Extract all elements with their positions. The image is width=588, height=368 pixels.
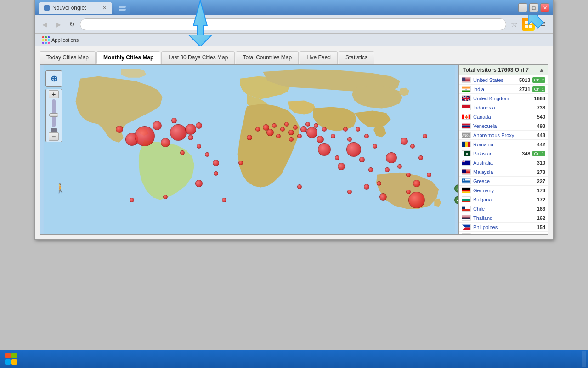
online-badge: Onl 2 <box>532 77 545 83</box>
country-row[interactable]: Indonesia738 <box>459 103 548 112</box>
new-tab-button[interactable] <box>114 3 130 14</box>
map-dot <box>196 122 202 129</box>
country-flag <box>462 196 471 202</box>
map-tab-last30[interactable]: Last 30 Days Cities Map <box>161 51 235 64</box>
map-dot <box>322 127 327 132</box>
zoom-slider[interactable]: + − <box>45 89 62 142</box>
pegman-button[interactable]: 🚶 <box>55 183 66 194</box>
country-flag <box>462 215 471 221</box>
country-flag <box>462 114 471 120</box>
country-flag <box>462 233 471 235</box>
country-row[interactable]: Malaysia273 <box>459 167 548 177</box>
minimize-button[interactable]: ─ <box>518 3 527 12</box>
map-dot <box>306 127 317 138</box>
country-count: 540 <box>537 114 545 120</box>
svg-rect-11 <box>48 39 50 41</box>
online-count: 7 <box>526 67 529 73</box>
map-dot <box>379 193 387 201</box>
map-expand-button2[interactable]: + <box>454 196 459 204</box>
country-row[interactable]: Venezuela493 <box>459 121 548 131</box>
country-flag <box>462 141 471 147</box>
country-count: 442 <box>537 142 545 147</box>
map-tab-statistics[interactable]: Statistics <box>339 51 374 64</box>
page-content: Today Cities MapMonthly Cities MapLast 3… <box>35 46 553 239</box>
map-dot <box>317 136 324 143</box>
tab-favicon <box>44 5 50 11</box>
applications-bookmark[interactable]: Applications <box>39 35 82 45</box>
svg-rect-6 <box>42 36 44 38</box>
country-row[interactable]: Pakistan348Onl 1 <box>459 149 548 158</box>
zoom-in-button[interactable]: + <box>49 90 59 98</box>
country-row[interactable]: Romania442 <box>459 140 548 149</box>
map-dot <box>413 180 420 187</box>
map-tab-total[interactable]: Total Countries Map <box>236 51 299 64</box>
country-row[interactable]: Australia310 <box>459 158 548 167</box>
country-count: 1663 <box>534 96 545 101</box>
country-name: Spain <box>473 234 520 235</box>
map-dot <box>255 127 260 132</box>
svg-rect-20 <box>11 353 17 358</box>
country-row[interactable]: United States5013Onl 2 <box>459 75 548 85</box>
country-count: 172 <box>537 197 545 202</box>
compass-button[interactable]: ⊕ <box>45 70 62 87</box>
map-container[interactable]: ⊕ + − + + <box>40 64 459 235</box>
country-row[interactable]: Greece227 <box>459 177 548 186</box>
maximize-button[interactable]: □ <box>529 3 538 12</box>
zoom-thumb[interactable] <box>49 113 58 117</box>
country-row[interactable]: Chile166 <box>459 204 548 213</box>
country-flag <box>462 160 471 166</box>
browser-tab[interactable]: Nouvel onglet ✕ <box>39 2 112 14</box>
country-row[interactable]: United Kingdom1663 <box>459 94 548 103</box>
svg-rect-8 <box>48 36 50 38</box>
country-name: Anonymous Proxy <box>473 132 535 138</box>
map-dot <box>222 198 226 202</box>
map-expand-button[interactable]: + <box>454 184 459 193</box>
svg-marker-17 <box>522 15 548 31</box>
country-row[interactable]: Bulgaria172 <box>459 195 548 204</box>
map-dot <box>318 143 331 156</box>
map-dot <box>293 125 298 130</box>
back-button[interactable]: ◀ <box>39 18 51 30</box>
country-name: Greece <box>473 178 535 184</box>
country-name: Indonesia <box>473 105 535 110</box>
map-tab-livefeed[interactable]: Live Feed <box>300 51 338 64</box>
map-dot <box>276 134 281 138</box>
address-bar[interactable] <box>80 18 506 30</box>
map-tabs: Today Cities MapMonthly Cities MapLast 3… <box>35 46 553 64</box>
map-dot <box>377 181 381 186</box>
country-count: 310 <box>537 160 545 166</box>
country-row[interactable]: Anonymous Proxy448 <box>459 131 548 140</box>
country-row[interactable]: Germany173 <box>459 186 548 195</box>
tab-bar: Nouvel onglet ✕ <box>39 2 518 14</box>
map-tab-monthly[interactable]: Monthly Cities Map <box>96 51 160 64</box>
close-button[interactable]: ✕ <box>540 3 549 12</box>
nav-bar: ◀ ▶ ↻ ☆ ≡ <box>35 15 553 34</box>
map-dot <box>410 144 415 149</box>
map-dot <box>163 195 168 199</box>
country-row[interactable]: Canada540 <box>459 112 548 121</box>
zoom-track[interactable] <box>52 99 56 127</box>
bookmarks-bar: Applications <box>35 34 553 46</box>
country-row[interactable]: Philippines154 <box>459 223 548 232</box>
applications-label: Applications <box>51 37 79 43</box>
zoom-out-button[interactable]: − <box>49 132 59 141</box>
scroll-up-button[interactable]: ▲ <box>539 67 544 73</box>
country-row[interactable]: Spain145Onl 1 <box>459 232 548 235</box>
tab-close-button[interactable]: ✕ <box>102 5 107 11</box>
map-dot <box>364 134 369 138</box>
country-flag <box>462 187 471 193</box>
main-content: ⊕ + − + + <box>35 64 553 239</box>
taskbar-handle[interactable] <box>582 351 586 367</box>
map-tab-today[interactable]: Today Cities Map <box>40 51 96 64</box>
svg-rect-12 <box>42 42 44 44</box>
country-row[interactable]: India2731Onl 1 <box>459 85 548 94</box>
forward-button[interactable]: ▶ <box>52 18 64 30</box>
map-dot <box>338 163 345 170</box>
country-name: Bulgaria <box>473 197 535 202</box>
country-row[interactable]: Thailand162 <box>459 213 548 223</box>
start-button[interactable] <box>2 351 20 367</box>
map-dot <box>297 134 302 138</box>
country-flag <box>462 95 471 101</box>
country-name: United Kingdom <box>473 96 532 101</box>
reload-button[interactable]: ↻ <box>66 18 78 30</box>
